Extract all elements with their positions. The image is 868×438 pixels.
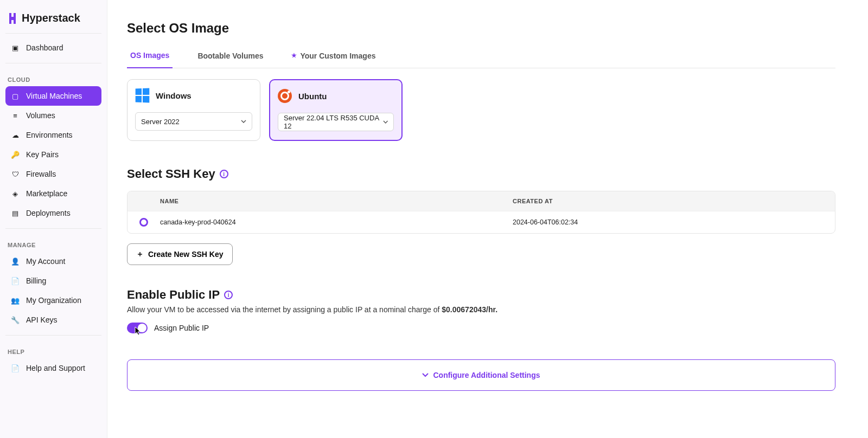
os-version-select[interactable]: Server 2022 xyxy=(135,112,252,131)
ssh-key-row[interactable]: canada-key-prod-040624 2024-06-04T06:02:… xyxy=(127,211,835,233)
nav-icon: 📄 xyxy=(11,364,20,372)
sidebar-item-marketplace[interactable]: ◈Marketplace xyxy=(5,184,101,203)
nav-icon: ▢ xyxy=(11,92,20,100)
nav-label: Marketplace xyxy=(26,189,67,198)
brand-logo-icon xyxy=(8,12,17,24)
ssh-table-header: NAME CREATED AT xyxy=(127,191,835,211)
sidebar-item-firewalls[interactable]: 🛡Firewalls xyxy=(5,164,101,184)
nav-label: Firewalls xyxy=(26,170,56,178)
os-name: Windows xyxy=(156,91,192,100)
plus-icon: ＋ xyxy=(136,249,144,259)
chevron-down-icon xyxy=(383,120,388,124)
nav-icon: 📄 xyxy=(11,277,20,285)
os-name: Ubuntu xyxy=(298,92,327,101)
nav-section-manage: MANAGE xyxy=(5,234,101,252)
nav-icon: ▤ xyxy=(11,209,20,217)
sidebar-item-my-organization[interactable]: 👥My Organization xyxy=(5,291,101,310)
nav-label: Virtual Machines xyxy=(26,92,82,100)
ssh-key-name: canada-key-prod-040624 xyxy=(160,218,513,226)
os-image-title: Select OS Image xyxy=(127,21,835,36)
tab-bootable-volumes[interactable]: Bootable Volumes xyxy=(194,46,266,68)
nav-label: Help and Support xyxy=(26,364,85,372)
public-ip-desc: Allow your VM to be accessed via the int… xyxy=(127,305,835,314)
nav-label: Key Pairs xyxy=(26,150,59,159)
ssh-key-created: 2024-06-04T06:02:34 xyxy=(513,218,835,226)
os-card-windows[interactable]: Windows Server 2022 xyxy=(127,79,260,141)
nav-label: Deployments xyxy=(26,209,71,217)
windows-icon xyxy=(136,88,150,102)
sidebar-item-deployments[interactable]: ▤Deployments xyxy=(5,203,101,223)
assign-public-ip-label: Assign Public IP xyxy=(154,324,209,332)
tab-label: OS Images xyxy=(130,51,169,60)
nav-icon: 🔑 xyxy=(11,151,20,159)
nav-label: My Organization xyxy=(26,296,81,305)
nav-icon: ≡ xyxy=(11,112,20,120)
public-ip-desc-prefix: Allow your VM to be accessed via the int… xyxy=(127,305,442,314)
tab-your-custom-images[interactable]: ★Your Custom Images xyxy=(288,46,379,68)
os-version-value: Server 2022 xyxy=(141,118,180,126)
ssh-key-radio[interactable] xyxy=(139,218,148,227)
info-icon[interactable]: i xyxy=(220,170,228,178)
nav-label: API Keys xyxy=(26,315,58,324)
nav-icon: 👥 xyxy=(11,297,20,305)
star-icon: ★ xyxy=(291,52,297,59)
public-ip-title: Enable Public IP i xyxy=(127,288,835,302)
ubuntu-icon xyxy=(278,89,292,103)
sidebar-item-help-and-support[interactable]: 📄Help and Support xyxy=(5,358,101,378)
configure-additional-settings-button[interactable]: Configure Additional Settings xyxy=(127,359,835,391)
nav-icon: ▣ xyxy=(11,44,20,52)
os-version-value: Server 22.04 LTS R535 CUDA 12 xyxy=(284,114,383,130)
ssh-title: Select SSH Key i xyxy=(127,167,835,181)
sidebar-item-environments[interactable]: ☁Environments xyxy=(5,125,101,145)
nav-label: My Account xyxy=(26,257,65,266)
nav-label: Environments xyxy=(26,131,73,139)
sidebar-item-api-keys[interactable]: 🔧API Keys xyxy=(5,310,101,330)
sidebar-item-billing[interactable]: 📄Billing xyxy=(5,271,101,291)
configure-label: Configure Additional Settings xyxy=(433,371,540,379)
nav-label: Billing xyxy=(26,276,46,285)
os-card-ubuntu[interactable]: Ubuntu Server 22.04 LTS R535 CUDA 12 xyxy=(269,79,403,141)
tab-label: Bootable Volumes xyxy=(197,51,263,60)
public-ip-price: $0.00672043/hr. xyxy=(442,305,497,314)
nav-icon: ☁ xyxy=(11,131,20,139)
os-image-tabs: OS ImagesBootable Volumes★Your Custom Im… xyxy=(127,46,835,68)
chevron-down-icon xyxy=(422,373,429,377)
assign-public-ip-toggle[interactable] xyxy=(127,323,148,333)
nav-icon: 🛡 xyxy=(11,170,20,178)
brand-text: Hyperstack xyxy=(22,12,80,24)
th-name: NAME xyxy=(160,198,513,204)
th-created: CREATED AT xyxy=(513,198,835,204)
sidebar-item-dashboard[interactable]: ▣Dashboard xyxy=(5,38,101,57)
sidebar-item-virtual-machines[interactable]: ▢Virtual Machines xyxy=(5,86,101,106)
os-version-select[interactable]: Server 22.04 LTS R535 CUDA 12 xyxy=(278,113,394,131)
nav-icon: 👤 xyxy=(11,257,20,266)
public-ip-title-text: Enable Public IP xyxy=(127,288,220,302)
nav-icon: 🔧 xyxy=(11,316,20,324)
create-ssh-key-label: Create New SSH Key xyxy=(148,250,224,259)
tab-label: Your Custom Images xyxy=(300,51,375,60)
sidebar-item-my-account[interactable]: 👤My Account xyxy=(5,252,101,271)
nav-icon: ◈ xyxy=(11,190,20,198)
brand: Hyperstack xyxy=(5,9,101,34)
tab-os-images[interactable]: OS Images xyxy=(127,46,173,68)
info-icon[interactable]: i xyxy=(224,291,233,299)
sidebar: Hyperstack ▣Dashboard CLOUD ▢Virtual Mac… xyxy=(0,0,107,438)
nav-section-cloud: CLOUD xyxy=(5,69,101,86)
main-content: Select OS Image OS ImagesBootable Volume… xyxy=(107,0,868,438)
nav-section-help: HELP xyxy=(5,341,101,358)
os-cards: Windows Server 2022 Ubuntu Server 22.04 … xyxy=(127,79,835,141)
nav-label: Volumes xyxy=(26,111,55,120)
sidebar-item-volumes[interactable]: ≡Volumes xyxy=(5,106,101,125)
ssh-title-text: Select SSH Key xyxy=(127,167,215,181)
nav-label: Dashboard xyxy=(26,43,63,52)
create-ssh-key-button[interactable]: ＋ Create New SSH Key xyxy=(127,243,233,265)
sidebar-item-key-pairs[interactable]: 🔑Key Pairs xyxy=(5,145,101,164)
chevron-down-icon xyxy=(241,120,246,123)
ssh-table: NAME CREATED AT canada-key-prod-040624 2… xyxy=(127,191,835,234)
